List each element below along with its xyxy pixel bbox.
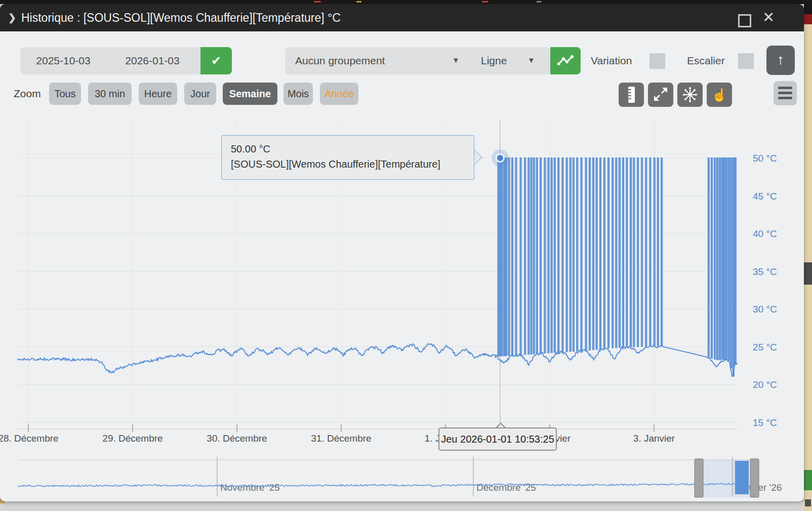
apply-dates-button[interactable]: ✔: [200, 47, 232, 74]
background-block: [805, 499, 811, 506]
svg-text:50 °C: 50 °C: [753, 153, 777, 164]
dialog-title: Historique : [SOUS-SOL][Wemos Chaufferie…: [21, 4, 341, 31]
svg-text:35 °C: 35 °C: [753, 266, 777, 277]
chevron-down-icon[interactable]: ▼: [527, 47, 535, 74]
compress-arrows-icon: [648, 83, 673, 107]
tooltip-value: 50.00 °C: [231, 141, 474, 156]
navigator-handle[interactable]: [695, 459, 703, 497]
start-date-input[interactable]: 2025-10-03: [30, 47, 96, 74]
svg-text:28. Décembre: 28. Décembre: [0, 433, 59, 444]
variation-label: Variation: [591, 47, 632, 74]
collapse-chevron-icon[interactable]: ❯: [8, 4, 16, 31]
escalier-checkbox[interactable]: [738, 53, 754, 69]
zoom-jour-button[interactable]: Jour: [184, 83, 216, 105]
zoom-annee-button[interactable]: Année: [320, 83, 358, 105]
series-tooltip: 50.00 °C [SOUS-SOL][Wemos Chaufferie][Te…: [221, 135, 474, 180]
background-page-sliver-right: [804, 0, 812, 511]
svg-text:31. Décembre: 31. Décembre: [311, 433, 371, 444]
maximize-button[interactable]: [738, 14, 751, 27]
compress-button[interactable]: [648, 83, 673, 107]
chevron-down-icon[interactable]: ▼: [452, 47, 460, 74]
svg-text:30. Décembre: 30. Décembre: [207, 433, 267, 444]
background-code-dash: [537, 1, 541, 3]
snowflake-button[interactable]: [677, 83, 703, 107]
redraw-chart-button[interactable]: [550, 47, 581, 74]
grouping-select[interactable]: Aucun groupement: [295, 47, 385, 74]
background-block: [804, 285, 812, 470]
navigator-handle[interactable]: [750, 459, 759, 497]
zoom-mois-button[interactable]: Mois: [283, 83, 313, 105]
escalier-label: Escalier: [687, 47, 725, 74]
zoom-tous-button[interactable]: Tous: [49, 83, 81, 105]
tooltip-series-name: [SOUS-SOL][Wemos Chaufferie][Température…: [231, 156, 474, 172]
chart-type-select[interactable]: Ligne: [481, 47, 507, 74]
line-chart-icon: [550, 47, 581, 74]
date-tooltip: Jeu 2026-01-01 10:53:25: [438, 427, 557, 451]
ruler-button[interactable]: [619, 83, 644, 107]
zoom-semaine-button[interactable]: Semaine: [223, 83, 277, 105]
screen: ❯ Historique : [SOUS-SOL][Wemos Chauffer…: [0, 0, 812, 511]
variation-checkbox[interactable]: [649, 53, 665, 69]
background-code-dash: [482, 1, 488, 3]
svg-text:Novembre '25: Novembre '25: [220, 482, 280, 493]
svg-text:Décembre '25: Décembre '25: [476, 482, 536, 493]
svg-text:30 °C: 30 °C: [753, 304, 777, 315]
check-icon: ✔: [211, 54, 221, 67]
background-block: [804, 14, 812, 24]
background-code-dash: [314, 1, 321, 3]
svg-text:25 °C: 25 °C: [753, 342, 777, 352]
background-block: [804, 470, 812, 490]
hand-button[interactable]: ☝: [707, 83, 732, 107]
svg-text:29. Décembre: 29. Décembre: [102, 433, 163, 444]
svg-text:45 °C: 45 °C: [753, 191, 777, 202]
svg-text:15 °C: 15 °C: [753, 417, 777, 428]
svg-text:40 °C: 40 °C: [753, 228, 777, 239]
svg-text:3. Janvier: 3. Janvier: [633, 433, 675, 444]
close-icon[interactable]: ✕: [762, 4, 775, 31]
zoom-30min-button[interactable]: 30 min: [88, 83, 132, 105]
chart-context-menu-button[interactable]: [774, 81, 797, 105]
hand-icon: ☝: [707, 83, 732, 107]
background-block: [804, 24, 812, 262]
background-block: [804, 262, 812, 285]
collapse-up-button[interactable]: ↑: [766, 46, 795, 75]
ruler-icon: [619, 83, 644, 107]
zoom-label: Zoom: [14, 83, 41, 105]
svg-text:20 °C: 20 °C: [753, 379, 777, 390]
background-page-sliver-top: [0, 0, 812, 4]
background-code-dash: [356, 1, 361, 3]
end-date-input[interactable]: 2026-01-03: [119, 47, 185, 74]
selected-point-marker[interactable]: [496, 154, 504, 162]
zoom-heure-button[interactable]: Heure: [139, 83, 177, 105]
up-arrow-icon: ↑: [777, 52, 784, 67]
snowflake-icon: [677, 83, 703, 107]
